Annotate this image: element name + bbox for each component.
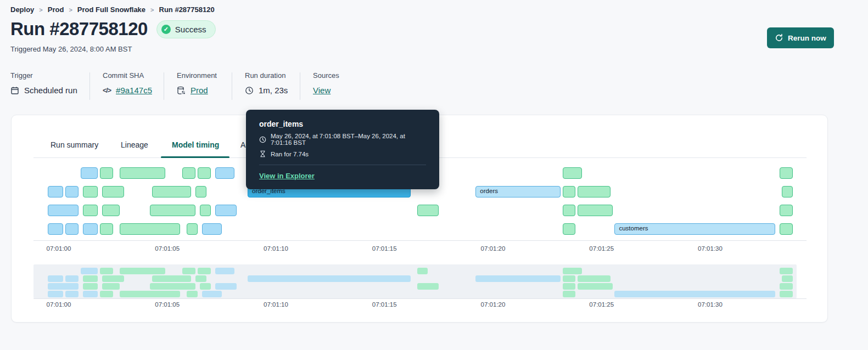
page-title-row: Run #287758120 ✓ Success (10, 19, 216, 39)
gantt-bar[interactable] (152, 186, 191, 197)
gantt-bar[interactable] (563, 186, 576, 197)
gantt-bar[interactable] (48, 223, 63, 235)
axis-label: 07:01:25 (589, 245, 614, 252)
axis-label: 07:01:30 (698, 245, 723, 252)
gantt-bar[interactable] (83, 223, 98, 235)
gantt-bar[interactable] (578, 205, 612, 216)
axis-label: 07:01:15 (372, 245, 397, 252)
minimap-bar (417, 268, 428, 274)
gantt-bar[interactable] (780, 205, 793, 216)
gantt-bar[interactable] (102, 186, 124, 197)
gantt-bar[interactable] (215, 205, 237, 216)
gantt-bar[interactable] (215, 167, 235, 179)
minimap-bar (780, 283, 793, 290)
axis-label: 07:01:30 (698, 301, 723, 308)
tab-lineage[interactable]: Lineage (121, 140, 148, 149)
gantt-bar[interactable] (120, 167, 165, 179)
meta-trigger: Trigger Scheduled run (10, 71, 77, 95)
tab-run-summary[interactable]: Run summary (51, 140, 98, 149)
gantt-bar[interactable] (100, 223, 113, 235)
gantt-bar[interactable] (780, 167, 793, 179)
tab-model-timing[interactable]: Model timing (172, 140, 219, 149)
database-icon (177, 86, 186, 95)
minimap-bar (780, 268, 793, 274)
axis-label: 07:01:00 (47, 301, 71, 308)
minimap-bar (563, 291, 576, 297)
gantt-bar[interactable] (563, 205, 576, 216)
minimap-bar (475, 275, 560, 282)
gantt-bar[interactable] (195, 186, 206, 197)
minimap-bar (65, 275, 79, 282)
gantt-bar[interactable] (83, 186, 98, 197)
minimap-bar (780, 291, 793, 297)
gantt-bar[interactable] (563, 167, 583, 179)
tooltip-model-name: order_items (259, 120, 426, 128)
run-detail-page: Deploy > Prod > Prod Full Snowflake > Ru… (0, 0, 868, 350)
axis-label: 07:01:20 (481, 245, 506, 252)
gantt-bar[interactable] (198, 167, 211, 179)
meta-commit-sha: Commit SHA </> #9a147c5 (103, 71, 152, 95)
minimap-bar (120, 268, 165, 274)
axis-label: 07:01:15 (372, 301, 397, 308)
breadcrumb-item-deploy[interactable]: Deploy (10, 5, 34, 14)
minimap-bar (81, 268, 98, 274)
gantt-bar[interactable] (83, 205, 98, 216)
calendar-icon (10, 86, 19, 95)
gantt-bar[interactable] (563, 223, 576, 235)
rerun-now-button[interactable]: Rerun now (767, 27, 834, 48)
gantt-bar[interactable] (48, 186, 63, 197)
breadcrumb-separator: > (150, 7, 154, 13)
minimap-bar (417, 283, 439, 290)
minimap-bar (614, 291, 775, 297)
tooltip-time-range: May 26, 2024, at 7:01:08 BST–May 26, 202… (271, 133, 426, 146)
gantt-bar[interactable] (182, 167, 195, 179)
minimap-bar (100, 291, 113, 297)
triggered-timestamp: Triggered May 26, 2024, 8:00 AM BST (10, 45, 132, 53)
minimap-bar (65, 291, 79, 297)
minimap-bar (195, 275, 206, 282)
gantt-bar[interactable] (150, 205, 195, 216)
gantt-bar[interactable] (120, 223, 181, 235)
gantt-bar[interactable] (578, 186, 610, 197)
environment-link[interactable]: Prod (191, 86, 208, 95)
gantt-bar[interactable] (417, 205, 439, 216)
minimap-bar (215, 268, 235, 274)
minimap-bar (48, 291, 63, 297)
gantt-bar[interactable] (782, 186, 793, 197)
axis-label: 07:01:20 (481, 301, 506, 308)
tooltip-duration: Ran for 7.74s (271, 151, 309, 157)
gantt-bar[interactable] (780, 223, 793, 235)
minimap-axis-line (33, 298, 807, 299)
gantt-bar[interactable] (100, 167, 113, 179)
gantt-bar[interactable] (187, 223, 198, 235)
gantt-bar[interactable] (81, 167, 98, 179)
axis-label: 07:01:05 (155, 301, 180, 308)
breadcrumb-item-prod[interactable]: Prod (48, 5, 64, 14)
gantt-bar[interactable] (48, 205, 78, 216)
minimap-bar (578, 275, 610, 282)
gantt-bar[interactable] (102, 205, 120, 216)
gantt-bar-orders[interactable]: orders (475, 186, 560, 197)
gantt-bar-customers[interactable]: customers (614, 223, 775, 235)
sources-view-link[interactable]: View (313, 86, 331, 95)
minimap-bar (120, 291, 181, 297)
trigger-value: Scheduled run (24, 86, 77, 95)
view-in-explorer-link[interactable]: View in Explorer (259, 172, 315, 180)
gantt-bar[interactable] (200, 205, 211, 216)
axis-label: 07:01:10 (264, 301, 288, 308)
minimap-bar (182, 268, 195, 274)
meta-sources: Sources View (313, 71, 339, 95)
gantt-bar[interactable] (65, 186, 79, 197)
axis-label: 07:01:05 (155, 245, 180, 252)
breadcrumb-item-job[interactable]: Prod Full Snowflake (77, 5, 145, 14)
divider (89, 72, 90, 100)
status-badge: ✓ Success (156, 20, 216, 38)
status-badge-label: Success (175, 25, 206, 34)
gantt-bar[interactable] (202, 223, 222, 235)
minimap-bar (48, 275, 63, 282)
gantt-bar[interactable] (65, 223, 79, 235)
commit-sha-link[interactable]: #9a147c5 (116, 86, 152, 95)
hourglass-icon (259, 150, 266, 157)
refresh-icon (775, 33, 783, 42)
success-check-icon: ✓ (161, 25, 171, 34)
